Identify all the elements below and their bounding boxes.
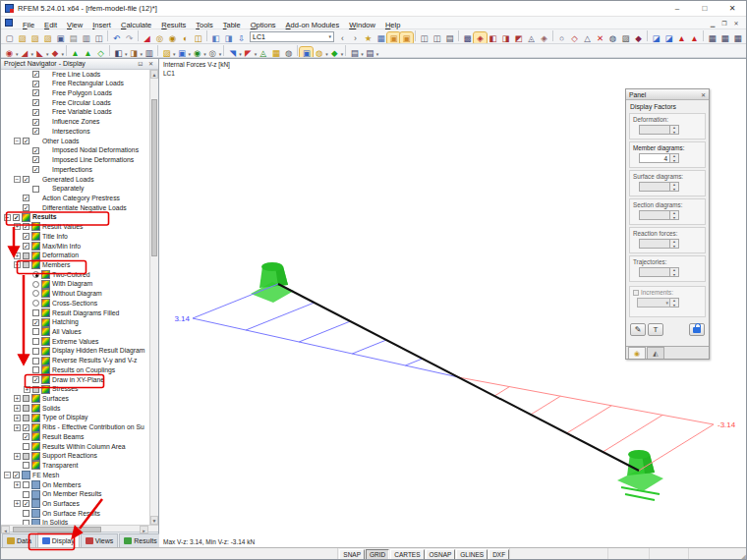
- tree-item-title-info[interactable]: Title Info: [1, 232, 158, 242]
- checkbox[interactable]: [32, 147, 39, 154]
- checkbox[interactable]: [23, 481, 29, 488]
- tree-item-solids[interactable]: +Solids: [1, 404, 158, 414]
- toolbar-icon[interactable]: ◆: [632, 32, 645, 44]
- increments-checkbox[interactable]: [633, 290, 639, 296]
- mdi-control-icon[interactable]: ▁: [707, 20, 718, 27]
- tree-item-result-beams[interactable]: Result Beams: [1, 432, 158, 442]
- toolbar-icon[interactable]: ▥: [143, 47, 155, 59]
- checkbox[interactable]: [23, 500, 29, 507]
- tree-item-generated-loads[interactable]: −Generated Loads: [1, 175, 158, 185]
- tree-item-imposed-line-deformations[interactable]: Imposed Line Deformations: [1, 155, 158, 165]
- toolbar-icon[interactable]: ◆: [49, 47, 62, 59]
- tree-item-transparent[interactable]: Transparent: [1, 461, 158, 471]
- toolbar-icon[interactable]: ◇: [568, 32, 581, 44]
- tree-item-free-polygon-loads[interactable]: Free Polygon Loads: [1, 88, 158, 98]
- tree-item-cross-sections[interactable]: Cross-Sections: [1, 299, 158, 308]
- toolbar-icon[interactable]: ▦: [374, 32, 387, 44]
- toolbar-icon[interactable]: ▩: [461, 32, 474, 44]
- toolbar-icon[interactable]: ◍: [282, 47, 295, 59]
- beam-member[interactable]: [278, 284, 639, 471]
- checkbox[interactable]: [23, 233, 29, 240]
- radio-button[interactable]: [32, 271, 39, 278]
- checkbox[interactable]: [13, 472, 20, 478]
- increments-stepper[interactable]: ▲▼: [670, 298, 679, 308]
- checkbox[interactable]: [32, 109, 39, 116]
- toolbar-icon[interactable]: ▦: [706, 32, 718, 44]
- status-toggle-dxf[interactable]: DXF: [488, 549, 509, 560]
- checkbox[interactable]: [23, 453, 29, 460]
- toolbar-icon[interactable]: ◧: [487, 32, 499, 44]
- tree-item-on-surfaces[interactable]: +On Surfaces: [1, 499, 158, 509]
- expander-icon[interactable]: −: [14, 176, 21, 183]
- toolbar-icon[interactable]: ◇: [94, 47, 107, 59]
- toolbar-icon[interactable]: ▤: [348, 47, 361, 59]
- toolbar-icon[interactable]: ◪: [650, 32, 662, 44]
- tree-item-members[interactable]: −Members: [1, 260, 158, 270]
- checkbox[interactable]: [23, 405, 29, 412]
- toolbar-icon[interactable]: ⇩: [235, 32, 248, 44]
- toolbar-icon[interactable]: ◪: [662, 32, 675, 44]
- expander-icon[interactable]: +: [14, 415, 21, 421]
- toolbar-icon[interactable]: ▨: [41, 32, 54, 44]
- toolbar-icon[interactable]: ◫: [192, 32, 204, 44]
- checkbox[interactable]: [23, 223, 29, 230]
- checkbox[interactable]: [32, 71, 39, 78]
- toolbar-icon[interactable]: ▦: [731, 32, 744, 44]
- display-properties-button[interactable]: T: [648, 323, 663, 336]
- checkbox[interactable]: [23, 204, 29, 211]
- expander-icon[interactable]: −: [4, 472, 11, 478]
- tree-item-deformation[interactable]: +Deformation: [1, 251, 158, 260]
- checkbox[interactable]: [32, 81, 39, 87]
- edit-panel-button[interactable]: ✎: [630, 323, 646, 336]
- tree-item-result-values[interactable]: +Result Values: [1, 222, 158, 232]
- tree-item-result-diagrams-filled[interactable]: Result Diagrams Filled: [1, 308, 158, 318]
- menu-window[interactable]: Window: [344, 21, 380, 29]
- toolbar-icon[interactable]: ◩: [512, 32, 525, 44]
- menu-insert[interactable]: Insert: [87, 21, 116, 29]
- toolbar-icon[interactable]: ‹: [336, 32, 349, 44]
- radio-button[interactable]: [32, 281, 39, 288]
- toolbar-icon[interactable]: ›: [349, 32, 362, 44]
- checkbox[interactable]: [23, 510, 29, 517]
- nav-tab-views[interactable]: Views: [81, 533, 119, 547]
- tree-item-separately[interactable]: Separately: [1, 184, 158, 194]
- tree-item-imposed-nodal-deformations[interactable]: Imposed Nodal Deformations: [1, 145, 158, 155]
- tree-item-free-line-loads[interactable]: Free Line Loads: [1, 70, 158, 80]
- checkbox[interactable]: [23, 433, 29, 440]
- checkbox[interactable]: [32, 186, 39, 193]
- tree-item-action-category-prestress[interactable]: Action Category Prestress: [1, 194, 158, 203]
- factor-input-member-diagrams[interactable]: 4: [639, 153, 670, 163]
- checkbox[interactable]: [23, 443, 29, 450]
- toolbar-icon[interactable]: ◫: [418, 32, 431, 44]
- tree-item-on-member-results[interactable]: On Member Results: [1, 489, 158, 499]
- menu-tools[interactable]: Tools: [191, 21, 218, 29]
- mdi-control-icon[interactable]: ❐: [718, 20, 730, 27]
- checkbox[interactable]: [32, 366, 39, 373]
- minimize-button[interactable]: –: [663, 1, 691, 16]
- toolbar-icon[interactable]: ▣: [300, 47, 313, 59]
- checkbox[interactable]: [32, 128, 39, 135]
- tree-item-fe-mesh[interactable]: −FE Mesh: [1, 471, 158, 480]
- tree-item-differentiate-negative-loads[interactable]: Differentiate Negative Loads: [1, 203, 158, 213]
- toolbar-icon[interactable]: ◬: [525, 32, 538, 44]
- toolbar-icon[interactable]: ↶: [110, 32, 123, 44]
- status-toggle-glines[interactable]: GLINES: [456, 549, 488, 560]
- tree-item-on-members[interactable]: +On Members: [1, 480, 158, 490]
- toolbar-icon[interactable]: ▲: [82, 47, 94, 59]
- close-icon[interactable]: ✕: [701, 91, 706, 98]
- load-case-combo[interactable]: LC1 ▾: [250, 31, 334, 42]
- menu-options[interactable]: Options: [246, 21, 281, 29]
- toolbar-icon[interactable]: ▨: [619, 32, 632, 44]
- toolbar-icon[interactable]: ◉: [166, 32, 179, 44]
- toolbar-icon[interactable]: ▣: [400, 32, 413, 44]
- checkbox[interactable]: [32, 89, 39, 96]
- checkbox[interactable]: [32, 358, 39, 364]
- tree-item-results[interactable]: −Results: [1, 212, 158, 222]
- toolbar-icon[interactable]: ▢: [3, 32, 16, 44]
- tree-item-intersections[interactable]: Intersections: [1, 127, 158, 137]
- checkbox[interactable]: [13, 214, 20, 221]
- expander-icon[interactable]: −: [4, 214, 11, 221]
- toolbar-icon[interactable]: ▤: [443, 32, 456, 44]
- checkbox[interactable]: [23, 243, 29, 250]
- nav-tab-results[interactable]: Results: [119, 533, 161, 547]
